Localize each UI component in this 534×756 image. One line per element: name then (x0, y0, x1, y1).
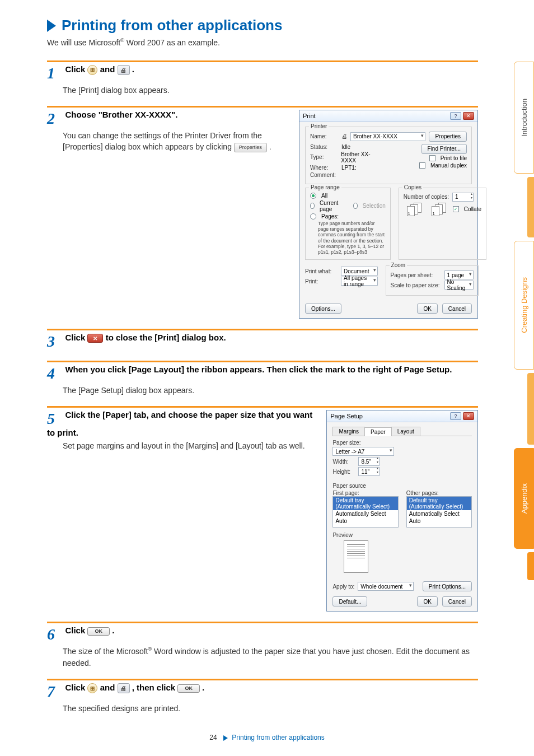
close-icon[interactable]: ✕ (463, 412, 474, 420)
step-4: 4 When you click [Page Layout] the ribbo… (47, 361, 478, 396)
step-number: 6 (47, 626, 63, 643)
collate-checkbox[interactable]: ✓ (453, 206, 459, 212)
height-label: Height: (332, 469, 355, 475)
page-range-legend: Page range (309, 184, 341, 190)
print-what-select[interactable]: Document (341, 267, 378, 276)
pages-per-sheet-select[interactable]: 1 page (444, 270, 474, 279)
copies-label: Number of copies: (404, 194, 449, 200)
step-3: 3 Click ✕ to close the [Print] dialog bo… (47, 329, 478, 351)
first-page-list[interactable]: Default tray (Automatically Select) Auto… (332, 496, 398, 528)
tab-appendix[interactable]: Appendix (514, 448, 534, 549)
scale-label: Scale to paper size: (391, 282, 441, 288)
help-icon[interactable]: ? (450, 112, 461, 120)
tab-layout[interactable]: Layout (391, 427, 420, 436)
properties-button-illustration: Properties (234, 143, 267, 152)
status-value: Idle (341, 144, 350, 150)
tab-gap (527, 373, 534, 445)
step-number: 4 (47, 365, 63, 382)
step-heading: Click the [Paper] tab, and choose the pa… (47, 410, 312, 437)
triangle-right-icon (47, 20, 56, 32)
printer-legend: Printer (309, 123, 329, 129)
scale-select[interactable]: No Scaling (444, 281, 474, 290)
footer-link[interactable]: Printing from other applications (232, 734, 324, 741)
cancel-button[interactable]: Cancel (442, 304, 472, 314)
apply-to-label: Apply to: (332, 584, 354, 590)
office-button-icon: ⊞ (87, 65, 97, 75)
page-setup-dialog: Page Setup ? ✕ Margins Paper Layout Pape… (326, 410, 478, 612)
print-what-label: Print what: (305, 268, 338, 274)
tab-paper[interactable]: Paper (364, 427, 392, 436)
status-label: Status: (310, 144, 338, 150)
step-2: 2 Choose "Brother XX-XXXX". You can chan… (47, 106, 478, 319)
close-icon: ✕ (87, 334, 103, 343)
page-footer: 24 Printing from other applications (0, 734, 534, 741)
where-label: Where: (310, 165, 338, 171)
paper-size-label: Paper size: (332, 440, 472, 446)
apply-to-select[interactable]: Whole document (358, 582, 414, 591)
default-button[interactable]: Default... (332, 596, 367, 606)
section-title: Printing from other applications (62, 17, 282, 34)
pages-radio[interactable] (310, 213, 316, 220)
tab-introduction[interactable]: Introduction (514, 62, 534, 174)
ok-button-illustration: OK (177, 684, 200, 693)
step-body-text: Set page margins and layout in the [Marg… (63, 440, 316, 451)
printer-name-select[interactable]: Brother XX-XXXX (350, 132, 425, 141)
page-number: 24 (209, 734, 217, 741)
manual-duplex-checkbox[interactable] (419, 162, 425, 169)
paper-size-select[interactable]: Letter -> A7 (332, 447, 394, 456)
print-dialog: Print ? ✕ Printer Name: 🖨 Brother XX-XXX… (299, 110, 478, 319)
step-heading: Click OK . (65, 626, 114, 635)
preview-area (332, 538, 472, 577)
other-pages-list[interactable]: Default tray (Automatically Select) Auto… (406, 496, 472, 528)
collate-icon: 3 2 1 (407, 203, 425, 216)
step-heading: Click ⊞ and 🖨 . (65, 64, 134, 74)
print-range-select[interactable]: All pages in range (341, 277, 378, 286)
ok-button[interactable]: OK (417, 596, 437, 606)
section-title-row: Printing from other applications (47, 17, 478, 34)
preview-label: Preview (332, 532, 472, 538)
close-icon[interactable]: ✕ (463, 112, 474, 120)
height-spinner[interactable]: 11" (358, 467, 380, 476)
current-page-radio[interactable] (310, 203, 315, 209)
copies-spinner[interactable]: 1 (452, 193, 474, 202)
step-heading: When you click [Page Layout] the ribbon … (65, 365, 452, 374)
step-1: 1 Click ⊞ and 🖨 . The [Print] dialog box… (47, 60, 478, 96)
dialog-title: Print (303, 113, 316, 119)
ok-button[interactable]: OK (417, 304, 437, 314)
all-radio[interactable] (310, 193, 316, 199)
step-body-text: The [Page Setup] dialog box appears. (63, 385, 478, 396)
cancel-button[interactable]: Cancel (442, 596, 472, 606)
side-nav: Introduction Creating Designs Appendix (509, 0, 534, 756)
collate-icon: 3 2 1 (432, 203, 449, 216)
printer-icon: 🖨 (118, 65, 130, 75)
intro-text: We will use Microsoft® Word 2007 as an e… (47, 38, 478, 47)
properties-button[interactable]: Properties (429, 132, 467, 142)
ok-button-illustration: OK (87, 627, 110, 636)
print-label: Print: (305, 278, 338, 284)
other-pages-label: Other pages: (406, 490, 472, 496)
print-options-button[interactable]: Print Options... (423, 581, 472, 591)
type-value: Brother XX-XXXX (341, 151, 385, 164)
step-6: 6 Click OK . The size of the Microsoft® … (47, 622, 478, 669)
step-body-text: The [Print] dialog box appears. (63, 85, 478, 96)
help-icon[interactable]: ? (450, 412, 461, 420)
options-button[interactable]: Options... (305, 304, 341, 314)
zoom-legend: Zoom (390, 262, 407, 268)
step-number: 2 (47, 110, 63, 128)
step-number: 5 (47, 410, 63, 428)
copies-legend: Copies (402, 184, 423, 190)
step-body-text: You can change the settings of the Print… (63, 130, 289, 153)
paper-source-label: Paper source (332, 483, 472, 489)
print-to-file-checkbox[interactable] (429, 155, 435, 161)
find-printer-button[interactable]: Find Printer... (421, 144, 467, 154)
tab-creating-designs[interactable]: Creating Designs (514, 241, 534, 370)
first-page-label: First page: (332, 490, 398, 496)
comment-label: Comment: (310, 172, 338, 178)
step-heading: Choose "Brother XX-XXXX". (65, 110, 177, 119)
tab-gap (527, 552, 534, 580)
width-spinner[interactable]: 8.5" (358, 457, 380, 466)
step-body-text: The size of the Microsoft® Word window i… (63, 646, 478, 669)
step-heading: Click ✕ to close the [Print] dialog box. (65, 333, 226, 342)
pages-per-sheet-label: Pages per sheet: (391, 272, 441, 278)
tab-margins[interactable]: Margins (332, 427, 365, 436)
